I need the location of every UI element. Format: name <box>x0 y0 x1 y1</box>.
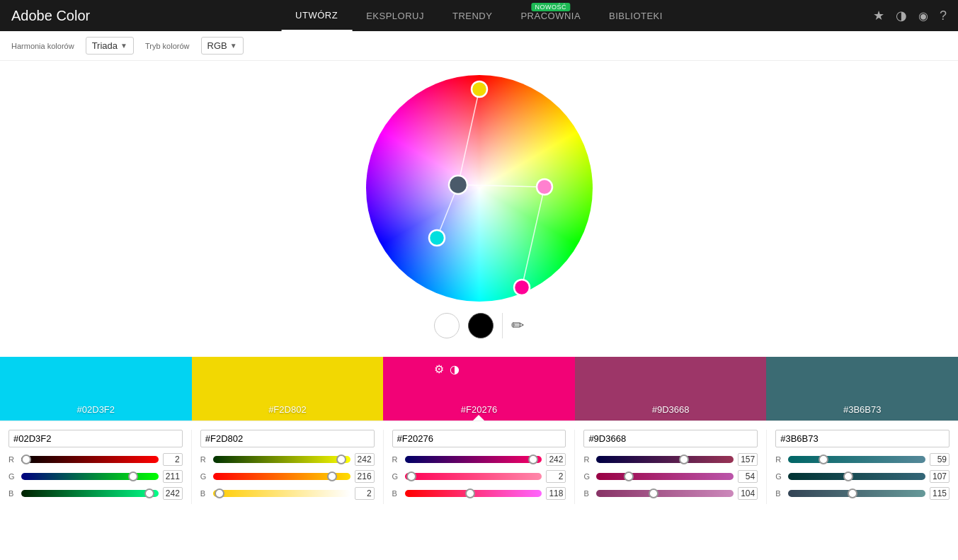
nav-eksploruj[interactable]: EKSPLORUJ <box>352 0 438 31</box>
value-b-1[interactable] <box>163 487 183 500</box>
theme-icon[interactable]: ◑ <box>896 8 907 23</box>
value-g-3[interactable] <box>546 470 566 483</box>
color-icon[interactable]: ◉ <box>918 9 928 23</box>
nav-trendy[interactable]: TRENDY <box>438 0 506 31</box>
value-r-2[interactable] <box>355 453 375 466</box>
color-wheel-svg[interactable] <box>366 75 593 302</box>
slider-row-b-1: B <box>8 487 183 500</box>
value-g-1[interactable] <box>163 470 183 483</box>
value-b-4[interactable] <box>738 487 758 500</box>
slider-r-4[interactable] <box>596 456 734 463</box>
slider-row-b-3: B <box>392 487 566 500</box>
value-g-5[interactable] <box>930 470 950 483</box>
swatch-hex-2: #F2D802 <box>268 404 306 415</box>
value-r-1[interactable] <box>163 453 183 466</box>
hex-input-1[interactable] <box>8 430 183 447</box>
nav-biblioteki[interactable]: BIBLIOTEKI <box>595 0 677 31</box>
toolbar: Harmonia kolorów Triada ▼ Tryb kolorów R… <box>0 31 958 61</box>
mode-label: Tryb kolorów <box>145 42 190 50</box>
harmony-label: Harmonia kolorów <box>11 42 74 50</box>
slider-row-g-2: G <box>200 470 375 483</box>
color-inputs: R G B <box>0 421 958 513</box>
slider-row-b-2: B <box>200 487 375 500</box>
slider-row-g-3: G <box>392 470 566 483</box>
nav-pracownia[interactable]: Nowość PRACOWNIA <box>506 0 595 31</box>
active-swatch-indicator <box>473 415 484 421</box>
slider-g-4[interactable] <box>596 473 734 480</box>
slider-r-2[interactable] <box>213 456 350 463</box>
slider-row-r-2: R <box>200 453 375 466</box>
slider-b-1[interactable] <box>21 490 159 497</box>
value-r-3[interactable] <box>546 453 566 466</box>
new-badge: Nowość <box>531 3 570 11</box>
swatch-hex-5: #3B6B73 <box>843 404 882 415</box>
swatch-contrast-icon[interactable]: ◑ <box>450 362 460 376</box>
main-nav: UTWÓRZ EKSPLORUJ TRENDY Nowość PRACOWNIA… <box>281 0 677 31</box>
slider-b-4[interactable] <box>596 490 734 497</box>
slider-g-5[interactable] <box>788 473 925 480</box>
swatch-controls: ✏ <box>434 313 524 338</box>
help-icon[interactable]: ? <box>940 8 947 23</box>
palette-swatch-5[interactable]: #3B6B73 <box>766 357 958 421</box>
slider-b-5[interactable] <box>788 490 925 497</box>
swatch-hex-1: #02D3F2 <box>77 404 115 415</box>
slider-row-r-5: R <box>775 453 950 466</box>
hex-input-3[interactable] <box>392 430 566 447</box>
color-input-group-2: R G B <box>192 430 384 504</box>
slider-row-g-5: G <box>775 470 950 483</box>
color-input-group-5: R G B <box>767 430 958 504</box>
swatch-action-icons: ⚙ ◑ <box>434 362 524 376</box>
slider-g-2[interactable] <box>213 473 350 480</box>
main-content: ✏ #02D3F2 #F2D802 ⚙ ◑ #F20276 #9D3668 #3… <box>0 61 958 513</box>
swatch-divider <box>502 313 503 338</box>
mode-dropdown-arrow: ▼ <box>230 42 237 50</box>
favorites-icon[interactable]: ★ <box>873 8 884 23</box>
slider-r-1[interactable] <box>21 456 159 463</box>
slider-row-r-4: R <box>583 453 758 466</box>
header: Adobe Color UTWÓRZ EKSPLORUJ TRENDY Nowo… <box>0 0 958 31</box>
palette-swatch-2[interactable]: #F2D802 <box>192 357 384 421</box>
value-r-5[interactable] <box>930 453 950 466</box>
color-input-group-4: R G B <box>575 430 767 504</box>
slider-row-b-5: B <box>775 487 950 500</box>
swatch-hex-3: #F20276 <box>461 404 497 415</box>
value-b-3[interactable] <box>546 487 566 500</box>
hex-input-5[interactable] <box>775 430 950 447</box>
color-wheel-wrapper[interactable] <box>366 75 593 302</box>
mode-select[interactable]: RGB ▼ <box>201 37 244 55</box>
slider-b-2[interactable] <box>213 490 350 497</box>
palette-swatch-3[interactable]: ⚙ ◑ #F20276 <box>383 357 575 421</box>
hex-input-4[interactable] <box>583 430 758 447</box>
value-g-4[interactable] <box>738 470 758 483</box>
palette-swatch-1[interactable]: #02D3F2 <box>0 357 192 421</box>
wheel-container: ✏ <box>366 61 593 357</box>
value-g-2[interactable] <box>355 470 375 483</box>
value-r-4[interactable] <box>738 453 758 466</box>
color-input-group-3: R G B <box>384 430 576 504</box>
app-logo: Adobe Color <box>11 8 90 24</box>
swatch-hex-4: #9D3668 <box>652 404 690 415</box>
palette-swatch-4[interactable]: #9D3668 <box>575 357 767 421</box>
slider-r-5[interactable] <box>788 456 925 463</box>
slider-g-1[interactable] <box>21 473 159 480</box>
hex-input-2[interactable] <box>200 430 375 447</box>
white-swatch[interactable] <box>434 313 460 338</box>
wheel-handle-dark <box>449 176 467 194</box>
slider-row-b-4: B <box>583 487 758 500</box>
slider-row-r-1: R <box>8 453 183 466</box>
swatch-settings-icon[interactable]: ⚙ <box>434 362 444 376</box>
slider-b-3[interactable] <box>405 490 542 497</box>
slider-r-3[interactable] <box>405 456 542 463</box>
black-swatch[interactable] <box>468 313 494 338</box>
slider-row-g-1: G <box>8 470 183 483</box>
wheel-handle-pink <box>537 179 552 195</box>
value-b-2[interactable] <box>355 487 375 500</box>
slider-row-g-4: G <box>583 470 758 483</box>
slider-g-3[interactable] <box>405 473 542 480</box>
harmony-select[interactable]: Triada ▼ <box>86 37 134 55</box>
palette-strip: #02D3F2 #F2D802 ⚙ ◑ #F20276 #9D3668 #3B6… <box>0 357 958 421</box>
nav-utworz[interactable]: UTWÓRZ <box>281 0 352 31</box>
header-icons: ★ ◑ ◉ ? <box>873 8 947 23</box>
value-b-5[interactable] <box>930 487 950 500</box>
eyedropper-icon[interactable]: ✏ <box>511 316 524 335</box>
